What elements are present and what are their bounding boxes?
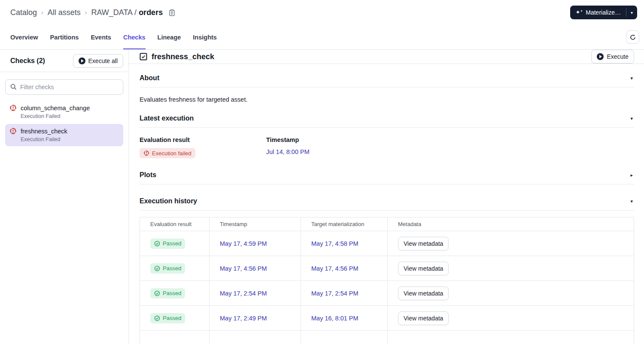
execution-failed-icon: [143, 150, 149, 156]
sparkle-icon: ✦✦: [575, 9, 583, 15]
search-icon: [10, 84, 17, 92]
asset-check-icon: [140, 53, 147, 60]
tab-events[interactable]: Events: [91, 25, 111, 49]
about-description: Evaluates freshness for targeted asset.: [140, 96, 634, 103]
asset-tabs: Overview Partitions Events Checks Lineag…: [10, 25, 217, 49]
execution-history-title: Execution history: [140, 197, 197, 205]
check-name: column_schema_change: [21, 105, 90, 112]
execution-failed-icon: [9, 104, 17, 112]
tab-checks[interactable]: Checks: [123, 25, 146, 49]
passed-badge: Passed: [150, 288, 185, 299]
tab-insights[interactable]: Insights: [193, 25, 217, 49]
chevron-right-icon[interactable]: ▸: [630, 172, 634, 178]
latest-execution-section-header[interactable]: Latest execution ▾: [140, 115, 634, 122]
check-status: Execution Failed: [21, 136, 119, 142]
passed-badge: Passed: [150, 238, 185, 249]
col-header-timestamp: Timestamp: [210, 217, 301, 231]
checks-sidebar: Checks (2) Execute all column_schema_cha…: [0, 50, 129, 344]
breadcrumb-all-assets[interactable]: All assets: [48, 8, 81, 17]
divider: [140, 210, 634, 211]
check-detail-pane: freshness_check Execute About ▾ Evaluate…: [129, 50, 644, 344]
play-icon: [79, 57, 85, 64]
col-header-target-materialization: Target materialization: [301, 217, 388, 231]
latest-execution-title: Latest execution: [140, 115, 194, 122]
table-row: Passed May 17, 2:49 PM May 16, 8:01 PM V…: [140, 306, 634, 331]
row-timestamp-link[interactable]: May 17, 4:59 PM: [220, 240, 267, 247]
passed-badge-label: Passed: [163, 290, 181, 296]
view-metadata-button[interactable]: View metadata: [398, 287, 449, 300]
refresh-button[interactable]: [626, 30, 639, 44]
divider: [140, 127, 634, 128]
breadcrumb-catalog[interactable]: Catalog: [10, 8, 37, 17]
checks-list: column_schema_change Execution Failed fr…: [0, 101, 128, 146]
chevron-down-icon[interactable]: ▾: [630, 75, 634, 81]
asset-group-prefix[interactable]: RAW_DATA /: [91, 8, 137, 17]
execute-label: Execute: [607, 53, 629, 60]
filter-checks-input[interactable]: [5, 79, 123, 95]
check-title: freshness_check: [152, 52, 214, 61]
view-metadata-button[interactable]: View metadata: [398, 311, 449, 325]
passed-badge-label: Passed: [163, 265, 181, 272]
filter-checks-wrap: [0, 72, 128, 101]
latest-execution-timestamp-link[interactable]: Jul 14, 8:00 PM: [266, 148, 310, 155]
check-list-item-freshness-check[interactable]: freshness_check Execution Failed: [5, 124, 123, 146]
divider: [140, 184, 634, 184]
plots-title: Plots: [140, 171, 156, 179]
asset-name: orders: [139, 8, 163, 17]
asset-tabs-bar: Overview Partitions Events Checks Lineag…: [0, 25, 644, 50]
table-row: Passed May 17, 4:56 PM May 17, 4:56 PM V…: [140, 256, 634, 281]
view-metadata-button[interactable]: View metadata: [398, 262, 449, 275]
latest-execution-grid: Evaluation result Execution failed Times…: [140, 136, 634, 158]
checks-sidebar-header: Checks (2) Execute all: [0, 50, 128, 72]
tab-partitions[interactable]: Partitions: [50, 25, 79, 49]
row-target-materialization-link[interactable]: May 16, 8:01 PM: [311, 315, 358, 322]
view-metadata-button[interactable]: View metadata: [398, 237, 449, 250]
breadcrumb: Catalog › All assets › RAW_DATA / orders: [10, 8, 175, 17]
row-timestamp-link[interactable]: May 17, 4:56 PM: [220, 265, 267, 272]
check-status: Execution Failed: [21, 113, 119, 119]
check-circle-icon: [154, 315, 160, 321]
chevron-right-icon: ›: [85, 9, 87, 16]
check-circle-icon: [154, 266, 160, 272]
check-list-item-column-schema-change[interactable]: column_schema_change Execution Failed: [5, 101, 123, 123]
table-header-row: Evaluation result Timestamp Target mater…: [140, 217, 634, 231]
chevron-down-icon[interactable]: ▾: [630, 116, 634, 121]
plots-section-header[interactable]: Plots ▸: [140, 171, 634, 179]
chevron-right-icon: ›: [41, 9, 43, 16]
check-name: freshness_check: [21, 128, 67, 135]
materialize-button[interactable]: ✦✦ Materialize…: [570, 6, 626, 19]
materialize-dropdown-button[interactable]: ▾: [626, 6, 637, 19]
row-target-materialization-link[interactable]: May 17, 2:54 PM: [311, 290, 358, 297]
execute-button[interactable]: Execute: [591, 50, 634, 63]
row-target-materialization-link[interactable]: May 17, 4:56 PM: [311, 265, 358, 272]
execution-history-table: Evaluation result Timestamp Target mater…: [140, 217, 634, 344]
materialize-split-button: ✦✦ Materialize… ▾: [570, 6, 637, 19]
about-title: About: [140, 74, 159, 82]
tab-overview[interactable]: Overview: [10, 25, 38, 49]
execution-failed-badge: Execution failed: [140, 148, 195, 158]
check-circle-icon: [154, 290, 160, 296]
row-target-materialization-link[interactable]: May 17, 4:58 PM: [311, 240, 358, 247]
chevron-down-icon: ▾: [631, 10, 633, 15]
execution-history-section-header[interactable]: Execution history ▾: [140, 197, 634, 205]
check-detail-body: About ▾ Evaluates freshness for targeted…: [129, 64, 644, 344]
passed-badge-label: Passed: [163, 240, 181, 247]
about-section-header[interactable]: About ▾: [140, 74, 634, 82]
execute-all-button[interactable]: Execute all: [73, 54, 123, 68]
divider: [140, 87, 634, 88]
execute-all-label: Execute all: [88, 57, 118, 64]
evaluation-result-label: Evaluation result: [140, 136, 266, 143]
passed-badge: Passed: [150, 263, 185, 274]
check-detail-header: freshness_check Execute: [129, 50, 644, 64]
chevron-down-icon[interactable]: ▾: [630, 199, 634, 204]
top-bar: Catalog › All assets › RAW_DATA / orders…: [0, 0, 644, 25]
row-timestamp-link[interactable]: May 17, 2:54 PM: [220, 290, 267, 297]
row-timestamp-link[interactable]: May 17, 2:49 PM: [220, 315, 267, 322]
refresh-icon: [629, 34, 636, 41]
copy-clipboard-icon[interactable]: [169, 9, 175, 16]
play-icon: [597, 53, 604, 60]
checks-count-title: Checks (2): [10, 57, 45, 65]
passed-badge: Passed: [150, 313, 185, 323]
tab-lineage[interactable]: Lineage: [158, 25, 181, 49]
table-row: Passed May 17, 2:54 PM May 17, 2:54 PM V…: [140, 281, 634, 306]
